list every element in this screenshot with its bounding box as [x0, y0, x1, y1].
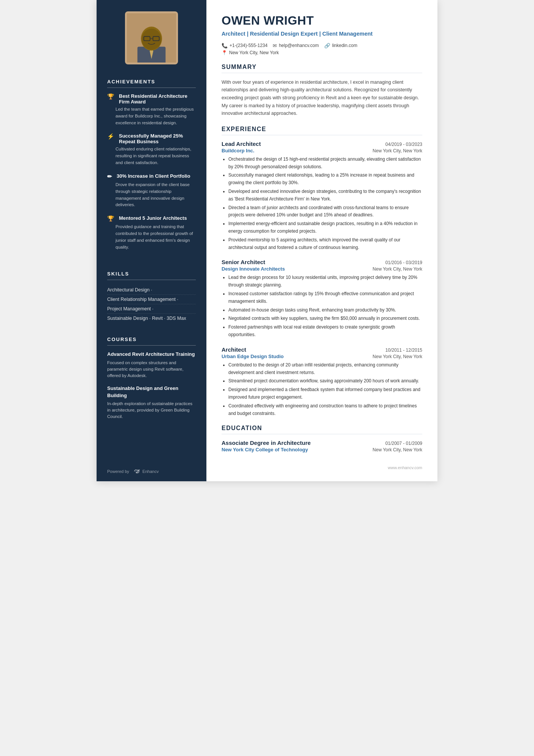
summary-text: With over four years of experience in re…: [222, 78, 422, 117]
degree-title: Associate Degree in Architecture: [222, 440, 311, 446]
course-title: Advanced Revit Architecture Training: [107, 351, 196, 358]
achievement-desc: Cultivated enduring client relationships…: [107, 146, 196, 166]
linkedin-value: linkedin.com: [332, 43, 358, 48]
achievement-icon: ⚡: [107, 133, 114, 140]
enhancv-logo: Enhancv: [132, 469, 159, 474]
skill-item: Architectural Design ·: [107, 285, 196, 295]
job-location: New York City, New York: [373, 266, 422, 272]
main-footer: www.enhancv.com: [222, 462, 422, 470]
skill-item: Project Management ·: [107, 304, 196, 314]
job-location: New York City, New York: [373, 354, 422, 359]
powered-by-label: Powered by: [107, 469, 129, 474]
job-title: Architect: [222, 346, 246, 353]
courses-title: COURSES: [107, 337, 196, 346]
bullet-item: Lead the design process for 10 luxury re…: [228, 274, 422, 289]
brand-name: Enhancv: [142, 469, 159, 474]
summary-section: SUMMARY With over four years of experien…: [222, 64, 422, 126]
bullet-item: Negotiated contracts with key suppliers,…: [228, 315, 422, 322]
job-bullets: Orchestrated the design of 15 high-end r…: [222, 156, 422, 252]
achievement-desc: Drove the expansion of the client base t…: [107, 182, 196, 208]
summary-title: SUMMARY: [222, 64, 422, 70]
education-section: EDUCATION Associate Degree in Architectu…: [222, 425, 422, 458]
bullet-item: Streamlined project documentation workfl…: [228, 377, 422, 385]
location-value: New York City, New York: [229, 50, 279, 55]
courses-section: COURSES Advanced Revit Architecture Trai…: [97, 330, 206, 433]
bullet-item: Provided mentorship to 5 aspiring archit…: [228, 236, 422, 252]
experience-block: Lead Architect 04/2019 - 03/2023 Buildco…: [222, 141, 422, 252]
bullet-item: Directed a team of junior architects and…: [228, 204, 422, 219]
achievement-item: ⚡ Successfully Managed 25% Repeat Busine…: [107, 133, 196, 166]
skill-item: Client Relationship Management ·: [107, 295, 196, 304]
course-title: Sustainable Design and Green Building: [107, 385, 196, 399]
education-list: Associate Degree in Architecture 01/2007…: [222, 440, 422, 452]
company-name: Design Innovate Architects: [222, 266, 285, 272]
achievement-item: 🏆 Mentored 5 Junior Architects Provided …: [107, 215, 196, 250]
experience-list: Lead Architect 04/2019 - 03/2023 Buildco…: [222, 141, 422, 418]
job-dates: 01/2016 - 03/2019: [386, 260, 422, 265]
achievement-item: ✏ 30% Increase in Client Portfolio Drove…: [107, 173, 196, 208]
bullet-item: Automated in-house design tasks using Re…: [228, 307, 422, 314]
bullet-item: Contributed to the design of 20 urban in…: [228, 362, 422, 377]
location-row: 📍 New York City, New York: [222, 50, 422, 55]
candidate-name: OWEN WRIGHT: [222, 14, 422, 28]
skills-section: SKILLS Architectural Design ·Client Rela…: [97, 264, 206, 330]
job-dates: 04/2019 - 03/2023: [386, 142, 422, 147]
courses-list: Advanced Revit Architecture Training Foc…: [107, 351, 196, 420]
job-title: Lead Architect: [222, 141, 261, 147]
education-title: EDUCATION: [222, 425, 422, 432]
achievement-title: ⚡ Successfully Managed 25% Repeat Busine…: [107, 133, 196, 144]
achievement-desc: Provided guidance and training that cont…: [107, 224, 196, 250]
experience-block: Architect 10/2011 - 12/2015 Urban Edge D…: [222, 346, 422, 418]
sidebar: ACHIEVEMENTS 🏆 Best Residential Architec…: [97, 0, 206, 481]
phone-icon: 📞: [222, 43, 228, 49]
experience-title: EXPERIENCE: [222, 126, 422, 133]
course-item: Sustainable Design and Green Building In…: [107, 385, 196, 420]
achievement-item: 🏆 Best Residential Architecture Firm Awa…: [107, 93, 196, 126]
candidate-subtitle: Architect | Residential Design Expert | …: [222, 30, 422, 38]
achievements-title: ACHIEVEMENTS: [107, 79, 196, 88]
email-contact: ✉ help@enhancv.com: [273, 43, 319, 49]
achievements-section: ACHIEVEMENTS 🏆 Best Residential Architec…: [97, 72, 206, 264]
achievement-icon: ✏: [107, 173, 112, 180]
experience-block: Senior Architect 01/2016 - 03/2019 Desig…: [222, 259, 422, 338]
resume-header: OWEN WRIGHT Architect | Residential Desi…: [222, 14, 422, 55]
bullet-item: Designed and implemented a client feedba…: [228, 386, 422, 401]
photo-area: [97, 0, 206, 72]
job-title: Senior Architect: [222, 259, 265, 265]
sidebar-footer: Powered by Enhancv: [97, 462, 206, 481]
achievement-icon: 🏆: [107, 215, 114, 222]
skills-title: SKILLS: [107, 271, 196, 280]
bullet-item: Orchestrated the design of 15 high-end r…: [228, 156, 422, 171]
location-icon: 📍: [222, 50, 227, 55]
bullet-item: Successfully managed client relationship…: [228, 172, 422, 187]
linkedin-contact: 🔗 linkedin.com: [324, 43, 358, 49]
main-content: OWEN WRIGHT Architect | Residential Desi…: [206, 0, 437, 481]
course-desc: Focused on complex structures and parame…: [107, 360, 196, 379]
edu-dates: 01/2007 - 01/2009: [386, 441, 422, 446]
email-value: help@enhancv.com: [279, 43, 319, 48]
exp-subheader: Urban Edge Design Studio New York City, …: [222, 354, 422, 359]
resume-container: ACHIEVEMENTS 🏆 Best Residential Architec…: [97, 0, 437, 481]
school-name: New York City College of Technology: [222, 447, 308, 452]
bullet-item: Developed and executed innovative design…: [228, 188, 422, 203]
bullet-item: Fostered partnerships with local real es…: [228, 324, 422, 339]
achievements-list: 🏆 Best Residential Architecture Firm Awa…: [107, 93, 196, 250]
experience-divider: [222, 135, 422, 135]
edu-location: New York City, New York: [373, 447, 422, 452]
job-dates: 10/2011 - 12/2015: [386, 347, 422, 353]
bullet-item: Coordinated effectively with engineering…: [228, 402, 422, 418]
job-bullets: Contributed to the design of 20 urban in…: [222, 362, 422, 418]
achievement-desc: Led the team that earned the prestigious…: [107, 106, 196, 126]
company-name: Urban Edge Design Studio: [222, 354, 284, 359]
phone-value: +1-(234)-555-1234: [230, 43, 267, 48]
experience-section: EXPERIENCE Lead Architect 04/2019 - 03/2…: [222, 126, 422, 425]
exp-subheader: Buildcorp Inc. New York City, New York: [222, 148, 422, 153]
summary-divider: [222, 73, 422, 73]
achievement-title: 🏆 Mentored 5 Junior Architects: [107, 215, 196, 222]
achievement-title: ✏ 30% Increase in Client Portfolio: [107, 173, 196, 180]
linkedin-icon: 🔗: [324, 43, 330, 49]
exp-header: Senior Architect 01/2016 - 03/2019: [222, 259, 422, 265]
company-name: Buildcorp Inc.: [222, 148, 255, 153]
bullet-item: Implemented energy-efficient and sustain…: [228, 220, 422, 235]
exp-subheader: Design Innovate Architects New York City…: [222, 266, 422, 272]
